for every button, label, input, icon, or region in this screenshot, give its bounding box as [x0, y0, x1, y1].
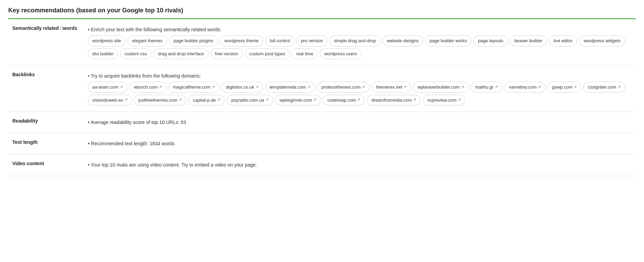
- row-label-readability: Readability: [8, 112, 84, 133]
- link-tag[interactable]: capital-p.de↗: [188, 95, 225, 105]
- tag[interactable]: page builder plugins: [169, 35, 218, 46]
- link-tag[interactable]: justfreethemes.com↗: [134, 95, 186, 105]
- bullet-intro-backlinks: • Try to acquire backlinks from the foll…: [88, 73, 201, 79]
- tag[interactable]: full control: [265, 35, 294, 46]
- external-link-icon: ↗: [357, 96, 360, 103]
- tags-container-semantically-related: wordpress siteelegant themespage builder…: [88, 35, 632, 59]
- row-content-backlinks: • Try to acquire backlinks from the foll…: [84, 65, 636, 112]
- link-tag[interactable]: visionduweb.eu↗: [88, 95, 132, 105]
- tag[interactable]: elegant themes: [128, 35, 167, 46]
- tag[interactable]: beaver builder: [510, 35, 547, 46]
- links-container-backlinks: aa-team.com↗wbsrch.com↗magicaltheme.com↗…: [88, 82, 632, 105]
- link-tag[interactable]: malihu.gr↗: [471, 82, 502, 92]
- link-tag[interactable]: nameboy.com↗: [504, 82, 546, 92]
- external-link-icon: ↗: [403, 84, 407, 91]
- tag[interactable]: free version: [211, 48, 243, 59]
- row-label-video-content: Video content: [8, 155, 84, 176]
- tag[interactable]: wordpress site: [88, 35, 126, 46]
- external-link-icon: ↗: [120, 84, 123, 91]
- tag[interactable]: website designs: [383, 35, 423, 46]
- table-row-text-length: Text length• Recommended text length: 18…: [8, 133, 636, 155]
- external-link-icon: ↗: [179, 96, 182, 103]
- external-link-icon: ↗: [538, 84, 541, 91]
- link-tag[interactable]: magicaltheme.com↗: [168, 82, 219, 92]
- external-link-icon: ↗: [212, 84, 215, 91]
- row-text-readability: • Average readability score of top 10 UR…: [88, 118, 632, 127]
- external-link-icon: ↗: [413, 96, 416, 103]
- row-label-semantically-related: Semantically related □words: [8, 19, 84, 65]
- link-tag[interactable]: themerex.net↗: [372, 82, 411, 92]
- table-row-semantically-related: Semantically related □words• Enrich your…: [8, 19, 636, 65]
- table-row-backlinks: Backlinks• Try to acquire backlinks from…: [8, 65, 636, 112]
- external-link-icon: ↗: [256, 84, 259, 91]
- recommendations-table: Semantically related □words• Enrich your…: [8, 19, 636, 176]
- link-tag[interactable]: psyradio.com.ua↗: [227, 95, 273, 105]
- page-title: Key recommendations (based on your Googl…: [8, 7, 636, 19]
- row-content-readability: • Average readability score of top 10 UR…: [84, 112, 636, 133]
- row-content-semantically-related: • Enrich your text with the following se…: [84, 19, 636, 65]
- external-link-icon: ↗: [618, 84, 621, 91]
- link-tag[interactable]: dreamfoxmedia.com↗: [367, 95, 421, 105]
- bullet-intro-semantically-related: • Enrich your text with the following se…: [88, 27, 221, 32]
- tag[interactable]: pro version: [296, 35, 327, 46]
- external-link-icon: ↗: [266, 96, 269, 103]
- link-tag[interactable]: gowp.com↗: [548, 82, 581, 92]
- external-link-icon: ↗: [159, 84, 162, 91]
- tag[interactable]: custom css: [120, 48, 151, 59]
- tag[interactable]: wordpress users: [320, 48, 361, 59]
- tag[interactable]: real time: [292, 48, 318, 59]
- row-label-backlinks: Backlinks: [8, 65, 84, 112]
- row-content-video-content: • Your top 10 rivals are using video con…: [84, 155, 636, 176]
- external-link-icon: ↗: [461, 84, 464, 91]
- tag[interactable]: page layouts: [473, 35, 508, 46]
- external-link-icon: ↗: [495, 84, 498, 91]
- link-tag[interactable]: wpbeaverbuilder.com↗: [413, 82, 469, 92]
- row-text-video-content: • Your top 10 rivals are using video con…: [88, 161, 632, 169]
- tag[interactable]: live editor: [549, 35, 577, 46]
- row-text-text-length: • Recommended text length: 1834 words: [88, 139, 632, 148]
- link-tag[interactable]: digitalox.co.uk↗: [221, 82, 263, 92]
- tag[interactable]: page builder works: [425, 35, 471, 46]
- external-link-icon: ↗: [217, 96, 220, 103]
- link-tag[interactable]: proteusthemes.com↗: [317, 82, 370, 92]
- link-tag[interactable]: vcpreview.com↗: [423, 95, 465, 105]
- external-link-icon: ↗: [307, 84, 311, 91]
- link-tag[interactable]: codeinwp.com↗: [323, 95, 365, 105]
- tag[interactable]: simple drag and drop: [329, 35, 380, 46]
- link-tag[interactable]: wbsrch.com↗: [129, 82, 166, 92]
- row-label-text-length: Text length: [8, 133, 84, 155]
- link-tag[interactable]: aa-team.com↗: [88, 82, 127, 92]
- link-tag[interactable]: templatemela.com↗: [265, 82, 315, 92]
- tag[interactable]: drag and drop interface: [153, 48, 208, 59]
- table-row-readability: Readability• Average readability score o…: [8, 112, 636, 133]
- external-link-icon: ↗: [313, 96, 316, 103]
- tag[interactable]: divi builder: [88, 48, 118, 59]
- tag[interactable]: wordpress widgets: [579, 35, 625, 46]
- tag[interactable]: custom post types: [245, 48, 290, 59]
- link-tag[interactable]: wpbeginner.com↗: [275, 95, 321, 105]
- external-link-icon: ↗: [362, 84, 365, 91]
- link-tag[interactable]: cssigniter.com↗: [583, 82, 625, 92]
- external-link-icon: ↗: [458, 96, 461, 103]
- table-row-video-content: Video content• Your top 10 rivals are us…: [8, 155, 636, 176]
- external-link-icon: ↗: [125, 96, 128, 103]
- tag[interactable]: wordpress theme: [220, 35, 263, 46]
- row-content-text-length: • Recommended text length: 1834 words: [84, 133, 636, 155]
- external-link-icon: ↗: [574, 84, 577, 91]
